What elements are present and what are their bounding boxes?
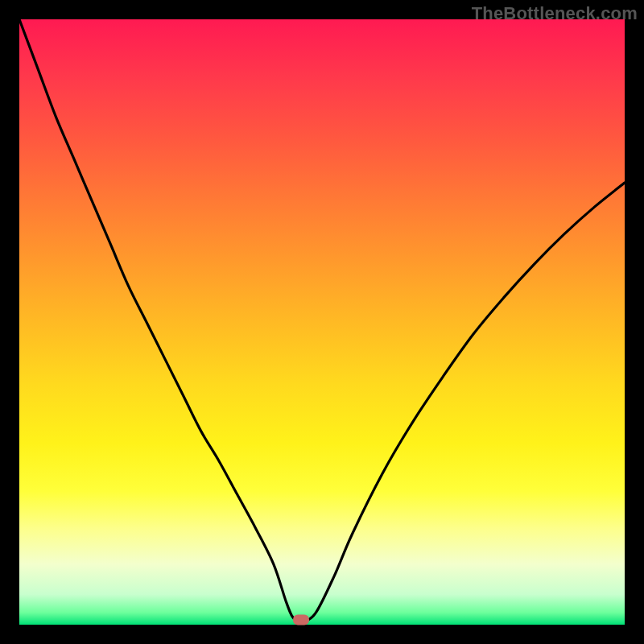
minimum-marker (293, 614, 309, 625)
chart-area (19, 19, 625, 625)
bottleneck-curve (19, 19, 625, 625)
curve-path (19, 19, 625, 622)
watermark-text: TheBottleneck.com (472, 3, 638, 24)
